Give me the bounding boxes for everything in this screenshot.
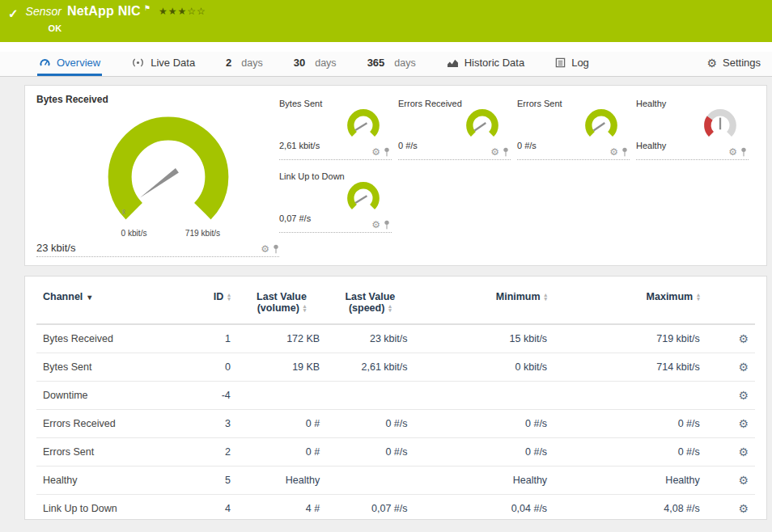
cell-min: 15 kbit/s	[414, 324, 554, 353]
tab-settings[interactable]: ⚙ Settings	[705, 52, 762, 76]
live-data-broadcast-icon	[131, 58, 145, 67]
cell-channel: Healthy	[36, 467, 187, 495]
priority-stars[interactable]: ★★★☆☆	[159, 6, 206, 17]
tab-unit: days	[315, 57, 336, 69]
channel-row[interactable]: Errors Sent20 #0 #/s0 #/s0 #/s⚙	[36, 438, 755, 467]
column-header[interactable]: Minimum▴▾	[414, 280, 554, 324]
column-header[interactable]: Last Value (volume)▴▾	[237, 280, 326, 324]
cell-volume: 0 #	[237, 410, 326, 438]
gauge-needle	[593, 123, 604, 130]
cell-id: 3	[187, 410, 237, 438]
header-text-block: Sensor NetApp NIC ⚑ ★★★☆☆ OK	[26, 4, 206, 33]
pin-icon[interactable]	[273, 244, 279, 254]
cell-actions: ⚙	[706, 353, 755, 382]
tab-2-days[interactable]: 2 days	[224, 52, 265, 76]
column-header[interactable]: Channel▾	[36, 280, 187, 324]
gauge-settings-icon[interactable]: ⚙	[371, 147, 380, 157]
tab-number: 365	[367, 57, 385, 69]
pin-icon[interactable]	[740, 147, 747, 157]
flag-icon[interactable]: ⚑	[144, 4, 151, 12]
content-area: Bytes Received x̄ 0 kbit/s 719 kbit/s 23…	[0, 77, 772, 532]
channel-settings-icon[interactable]: ⚙	[738, 445, 749, 458]
gauge-current-value: 0,07 #/s	[279, 213, 311, 223]
tab-label: Settings	[723, 57, 761, 69]
gauges-panel: Bytes Received x̄ 0 kbit/s 719 kbit/s 23…	[24, 85, 767, 266]
cell-max: 719 kbit/s	[554, 324, 706, 353]
channel-settings-icon[interactable]: ⚙	[738, 361, 749, 374]
channel-row[interactable]: Downtime-4⚙	[36, 382, 755, 410]
sort-icon: ▴▾	[545, 293, 548, 301]
cell-volume: Healthy	[237, 467, 326, 495]
status-badge: OK	[49, 23, 206, 33]
gauge-settings-icon[interactable]: ⚙	[609, 147, 618, 157]
channel-row[interactable]: Errors Received30 #0 #/s0 #/s0 #/s⚙	[36, 410, 755, 438]
main-gauge-bytes-received: Bytes Received x̄ 0 kbit/s 719 kbit/s 23…	[36, 94, 279, 257]
gauge-bytes-sent: Bytes Sent 2,61 kbit/s ⚙	[279, 99, 392, 160]
main-gauge-dial: x̄ 0 kbit/s 719 kbit/s	[75, 105, 261, 242]
tab-overview[interactable]: Overview	[37, 52, 102, 76]
gauge-settings-icon[interactable]: ⚙	[261, 244, 269, 254]
cell-speed: 2,61 kbit/s	[326, 353, 414, 382]
cell-volume	[237, 382, 326, 410]
tab-label: Historic Data	[464, 57, 524, 69]
gauge-min-label: 0 kbit/s	[121, 229, 146, 238]
tab-live-data[interactable]: Live Data	[129, 52, 197, 76]
channel-row[interactable]: Bytes Sent019 KB2,61 kbit/s0 kbit/s714 k…	[36, 353, 755, 382]
channel-row[interactable]: Bytes Received1172 KB23 kbit/s15 kbit/s7…	[36, 324, 755, 353]
channel-settings-icon[interactable]: ⚙	[738, 332, 749, 345]
cell-id: 0	[187, 353, 237, 382]
cell-speed	[326, 382, 414, 410]
cell-max: 4,08 #/s	[554, 495, 706, 521]
cell-channel: Link Up to Down	[36, 495, 187, 521]
cell-channel: Errors Sent	[36, 438, 187, 467]
cell-volume: 0 #	[237, 438, 326, 467]
cell-actions: ⚙	[706, 495, 755, 521]
channel-settings-icon[interactable]: ⚙	[738, 389, 749, 402]
cell-max: Healthy	[554, 467, 706, 495]
tab-number: 2	[226, 57, 231, 69]
cell-max	[554, 382, 706, 410]
gauge-needle	[355, 123, 367, 130]
gauge-needle	[474, 123, 486, 130]
pin-icon[interactable]	[384, 220, 390, 230]
gauge-settings-icon[interactable]: ⚙	[490, 147, 499, 157]
gauge-healthy: Healthy Healthy ⚙	[636, 99, 749, 160]
gauge-current-value: 0 #/s	[398, 141, 418, 150]
cell-speed	[326, 467, 414, 495]
gauge-settings-icon[interactable]: ⚙	[728, 147, 737, 157]
cell-channel: Errors Received	[36, 410, 187, 438]
gauge-dial	[464, 107, 501, 144]
cell-actions: ⚙	[706, 410, 755, 438]
tab-365-days[interactable]: 365 days	[366, 52, 418, 76]
cell-speed: 0,07 #/s	[326, 495, 414, 521]
column-header[interactable]: Last Value (speed)▴▾	[326, 280, 414, 324]
tab-historic-data[interactable]: Historic Data	[445, 52, 526, 76]
historic-data-chart-icon	[447, 58, 459, 68]
gauge-current-value: 2,61 kbit/s	[279, 141, 320, 150]
gauge-link-up-to-down: Link Up to Down 0,07 #/s ⚙	[279, 171, 392, 233]
channel-settings-icon[interactable]: ⚙	[738, 474, 749, 487]
channel-table: Channel▾ID▴▾Last Value (volume)▴▾Last Va…	[36, 280, 755, 520]
pin-icon[interactable]	[384, 147, 390, 157]
pin-icon[interactable]	[503, 147, 509, 157]
column-header[interactable]: ID▴▾	[187, 280, 237, 324]
cell-channel: Bytes Received	[36, 324, 187, 353]
channel-row[interactable]: Link Up to Down44 #0,07 #/s0,04 #/s4,08 …	[36, 495, 755, 521]
gauge-current-value: 0 #/s	[517, 141, 537, 150]
sensor-header: ✓ Sensor NetApp NIC ⚑ ★★★☆☆ OK	[0, 0, 772, 42]
channel-settings-icon[interactable]: ⚙	[738, 417, 749, 430]
gauge-settings-icon[interactable]: ⚙	[371, 220, 380, 230]
column-header[interactable]: Maximum▴▾	[554, 280, 706, 324]
channel-settings-icon[interactable]: ⚙	[738, 502, 749, 515]
cell-channel: Bytes Sent	[36, 353, 187, 382]
tab-30-days[interactable]: 30 days	[292, 52, 338, 76]
pin-icon[interactable]	[621, 147, 628, 157]
cell-channel: Downtime	[36, 382, 187, 410]
cell-max: 0 #/s	[554, 410, 706, 438]
tab-log[interactable]: Log	[554, 52, 591, 76]
cell-max: 0 #/s	[554, 438, 706, 467]
gauge-errors-sent: Errors Sent 0 #/s ⚙	[517, 99, 630, 160]
tab-bar: Overview Live Data 2 days 30 days 365 da…	[0, 52, 772, 77]
settings-gear-icon: ⚙	[706, 57, 717, 70]
channel-row[interactable]: Healthy5HealthyHealthyHealthy⚙	[36, 467, 755, 495]
